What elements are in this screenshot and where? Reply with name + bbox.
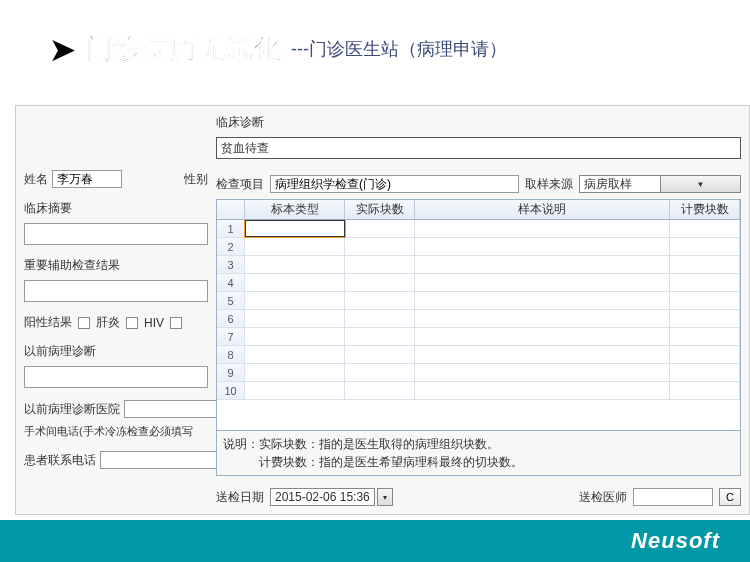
name-label: 姓名 [24, 171, 48, 188]
table-row[interactable]: 3 [217, 256, 740, 274]
cell-bill[interactable] [670, 310, 740, 327]
grid-header-row: 标本类型 实际块数 样本说明 计费块数 [217, 200, 740, 220]
aux-result-label: 重要辅助检查结果 [24, 257, 208, 274]
hepatitis-label: 肝炎 [96, 314, 120, 331]
app-window: 姓名 性别 临床摘要 重要辅助检查结果 阳性结果 肝炎 HIV 以前病理诊断 以… [15, 105, 750, 515]
cell-bill[interactable] [670, 220, 740, 237]
cell-bill[interactable] [670, 292, 740, 309]
sample-source-label: 取样来源 [525, 176, 573, 193]
cell-actual[interactable] [345, 220, 415, 237]
cell-type[interactable] [245, 292, 345, 309]
table-row[interactable]: 9 [217, 364, 740, 382]
cell-type[interactable] [245, 238, 345, 255]
cell-bill[interactable] [670, 364, 740, 381]
cell-actual[interactable] [345, 238, 415, 255]
neusoft-logo: Neusoft [631, 528, 720, 554]
cell-desc[interactable] [415, 382, 670, 399]
cell-type[interactable] [245, 382, 345, 399]
slide-header: ➤ 门诊病历无纸化 ---门诊医生站（病理申请） [0, 0, 750, 78]
send-doctor-input[interactable] [633, 488, 713, 506]
table-row[interactable]: 6 [217, 310, 740, 328]
cell-actual[interactable] [345, 256, 415, 273]
table-row[interactable]: 5 [217, 292, 740, 310]
cell-desc[interactable] [415, 292, 670, 309]
exam-item-input[interactable] [270, 175, 519, 193]
table-row[interactable]: 4 [217, 274, 740, 292]
note-line-1: 说明：实际块数：指的是医生取得的病理组织块数。 [223, 435, 734, 453]
c-button[interactable]: C [719, 488, 741, 506]
clinical-summary-input[interactable] [24, 223, 208, 245]
table-row[interactable]: 10 [217, 382, 740, 400]
cell-actual[interactable] [345, 364, 415, 381]
cell-bill[interactable] [670, 382, 740, 399]
table-row[interactable]: 2 [217, 238, 740, 256]
chevron-down-icon: ▼ [660, 176, 740, 192]
cell-desc[interactable] [415, 346, 670, 363]
cell-desc[interactable] [415, 274, 670, 291]
cell-desc[interactable] [415, 238, 670, 255]
sample-source-combo[interactable]: 病房取样 ▼ [579, 175, 741, 193]
cell-actual[interactable] [345, 292, 415, 309]
form-left-panel: 姓名 性别 临床摘要 重要辅助检查结果 阳性结果 肝炎 HIV 以前病理诊断 以… [16, 106, 216, 514]
surgery-phone-label: 手术间电话(手术冷冻检查必须填写 [24, 424, 208, 439]
hiv-label: HIV [144, 316, 164, 330]
hiv-checkbox[interactable] [126, 317, 138, 329]
patient-phone-label: 患者联系电话 [24, 452, 96, 469]
cell-bill[interactable] [670, 346, 740, 363]
cell-type[interactable] [245, 346, 345, 363]
sample-source-value: 病房取样 [580, 176, 660, 192]
cell-desc[interactable] [415, 220, 670, 237]
prev-path-diag-input[interactable] [24, 366, 208, 388]
hepatitis-checkbox[interactable] [78, 317, 90, 329]
specimen-grid: 标本类型 实际块数 样本说明 计费块数 12345678910 说明：实际块数：… [216, 199, 741, 476]
row-number: 10 [217, 382, 245, 399]
cell-desc[interactable] [415, 310, 670, 327]
clinical-diagnosis-box[interactable]: 贫血待查 [216, 137, 741, 159]
gender-label: 性别 [184, 171, 208, 188]
clinical-summary-label: 临床摘要 [24, 200, 208, 217]
row-number: 5 [217, 292, 245, 309]
grid-header-desc[interactable]: 样本说明 [415, 200, 670, 219]
cell-actual[interactable] [345, 328, 415, 345]
slide-title-sub: ---门诊医生站（病理申请） [291, 37, 507, 61]
cell-bill[interactable] [670, 238, 740, 255]
send-date-picker[interactable]: 2015-02-06 15:36 ▾ [270, 488, 393, 506]
cell-type[interactable] [245, 220, 345, 237]
table-row[interactable]: 7 [217, 328, 740, 346]
aux-result-input[interactable] [24, 280, 208, 302]
row-number: 4 [217, 274, 245, 291]
other-checkbox[interactable] [170, 317, 182, 329]
grid-header-actual[interactable]: 实际块数 [345, 200, 415, 219]
cell-bill[interactable] [670, 274, 740, 291]
row-number: 6 [217, 310, 245, 327]
table-row[interactable]: 8 [217, 346, 740, 364]
cell-type[interactable] [245, 274, 345, 291]
cell-actual[interactable] [345, 274, 415, 291]
grid-header-bill[interactable]: 计费块数 [670, 200, 740, 219]
cell-desc[interactable] [415, 328, 670, 345]
send-date-label: 送检日期 [216, 489, 264, 506]
cell-actual[interactable] [345, 310, 415, 327]
row-number: 1 [217, 220, 245, 237]
cell-type[interactable] [245, 364, 345, 381]
row-number: 7 [217, 328, 245, 345]
send-date-value: 2015-02-06 15:36 [270, 488, 375, 506]
cell-bill[interactable] [670, 256, 740, 273]
form-right-panel: 临床诊断 贫血待查 检查项目 取样来源 病房取样 ▼ 标本类型 实际块数 样本说… [216, 106, 749, 514]
clinical-diagnosis-label: 临床诊断 [216, 114, 741, 131]
name-input[interactable] [52, 170, 122, 188]
cell-desc[interactable] [415, 256, 670, 273]
exam-item-label: 检查项目 [216, 176, 264, 193]
grid-body[interactable]: 12345678910 [217, 220, 740, 430]
positive-result-label: 阳性结果 [24, 314, 72, 331]
cell-actual[interactable] [345, 346, 415, 363]
table-row[interactable]: 1 [217, 220, 740, 238]
cell-type[interactable] [245, 310, 345, 327]
cell-desc[interactable] [415, 364, 670, 381]
cell-bill[interactable] [670, 328, 740, 345]
cell-type[interactable] [245, 256, 345, 273]
cell-actual[interactable] [345, 382, 415, 399]
grid-header-type[interactable]: 标本类型 [245, 200, 345, 219]
slide-footer: Neusoft [0, 520, 750, 562]
cell-type[interactable] [245, 328, 345, 345]
